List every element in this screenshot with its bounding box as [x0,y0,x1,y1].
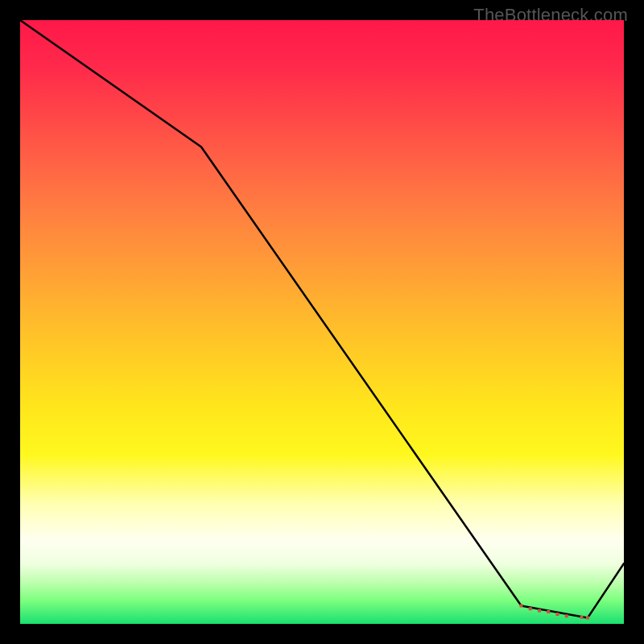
marker-point [580,616,584,619]
curve-line [20,20,624,618]
marker-point [565,614,568,617]
chart-container: TheBottleneck.com [0,0,644,644]
marker-point [586,617,589,620]
marker-point [520,605,523,608]
marker-point [556,613,559,616]
chart-svg [20,20,624,624]
marker-point [538,609,541,613]
marker-point [529,607,532,610]
plot-area [20,20,624,624]
marker-point [547,610,550,613]
